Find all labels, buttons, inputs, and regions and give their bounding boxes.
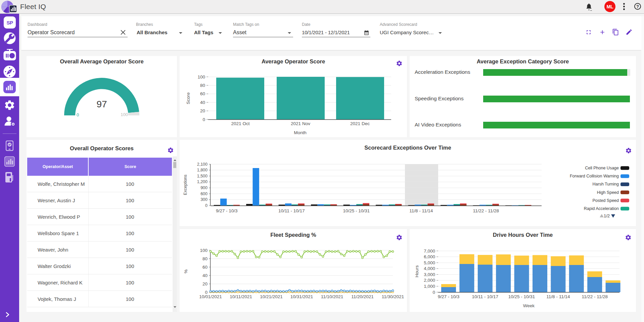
- svg-text:100: 100: [197, 74, 205, 79]
- svg-text:11/8 - 11/14: 11/8 - 11/14: [546, 294, 570, 299]
- svg-text:1/2: 1/2: [604, 213, 610, 218]
- svg-text:10/25 - 10/31: 10/25 - 10/31: [508, 294, 535, 299]
- svg-text:4,000: 4,000: [424, 266, 435, 271]
- svg-text:1,000: 1,000: [424, 284, 435, 289]
- svg-text:2,100: 2,100: [197, 162, 208, 167]
- svg-text:Exceptions: Exceptions: [183, 174, 188, 195]
- svg-text:80: 80: [200, 83, 205, 88]
- svg-text:Score: Score: [186, 92, 191, 104]
- svg-text:10/11/2021: 10/11/2021: [230, 294, 252, 299]
- svg-text:300: 300: [200, 197, 208, 202]
- svg-text:Forward Collision Warning: Forward Collision Warning: [570, 174, 619, 178]
- svg-text:10/31/2021: 10/31/2021: [290, 294, 313, 299]
- svg-text:Cell Phone Usage: Cell Phone Usage: [585, 166, 619, 170]
- svg-text:11/22 - 11/28: 11/22 - 11/28: [582, 294, 608, 299]
- svg-text:900: 900: [200, 185, 208, 190]
- svg-text:10/11 - 10/17: 10/11 - 10/17: [472, 294, 499, 299]
- svg-text:9/27 - 10/3: 9/27 - 10/3: [216, 208, 238, 213]
- svg-text:2021 Nov: 2021 Nov: [291, 121, 310, 126]
- svg-text:11/22 - 11/28: 11/22 - 11/28: [473, 208, 499, 213]
- svg-text:20: 20: [202, 281, 208, 286]
- svg-text:Week: Week: [523, 303, 535, 308]
- svg-text:5,000: 5,000: [424, 260, 435, 265]
- svg-text:1,200: 1,200: [197, 179, 208, 184]
- svg-text:6,000: 6,000: [424, 254, 435, 259]
- svg-text:Month: Month: [294, 130, 307, 135]
- svg-text:10/01/2021: 10/01/2021: [199, 294, 222, 299]
- svg-text:0: 0: [202, 117, 205, 122]
- svg-text:11/30/2021: 11/30/2021: [382, 294, 404, 299]
- svg-text:10/25 - 10/31: 10/25 - 10/31: [343, 208, 370, 213]
- svg-text:11/20/2021: 11/20/2021: [351, 294, 374, 299]
- svg-text:100: 100: [200, 248, 208, 253]
- svg-text:%: %: [183, 269, 188, 273]
- svg-text:High Speed: High Speed: [597, 190, 619, 195]
- svg-text:40: 40: [200, 100, 205, 105]
- svg-text:20: 20: [200, 108, 205, 113]
- svg-text:80: 80: [202, 256, 208, 261]
- svg-text:1,500: 1,500: [197, 174, 208, 178]
- svg-text:3,000: 3,000: [424, 272, 435, 277]
- svg-text:600: 600: [200, 192, 208, 196]
- svg-text:1,800: 1,800: [197, 168, 208, 172]
- svg-text:0: 0: [432, 290, 435, 295]
- svg-text:2021 Dec: 2021 Dec: [350, 121, 370, 126]
- svg-text:60: 60: [202, 265, 208, 270]
- svg-text:100: 100: [121, 112, 128, 117]
- svg-text:Posted Speed: Posted Speed: [592, 198, 619, 203]
- svg-text:0: 0: [77, 112, 79, 117]
- svg-text:97: 97: [96, 99, 107, 109]
- svg-text:10/11 - 10/17: 10/11 - 10/17: [278, 208, 305, 213]
- svg-text:2021 Oct: 2021 Oct: [231, 121, 250, 126]
- svg-text:9/27 - 10/3: 9/27 - 10/3: [438, 294, 460, 299]
- svg-text:Rapid Acceleration: Rapid Acceleration: [584, 206, 619, 211]
- svg-text:0: 0: [205, 203, 208, 208]
- svg-text:7,000: 7,000: [424, 249, 435, 254]
- svg-text:40: 40: [202, 273, 208, 278]
- svg-text:10/21/2021: 10/21/2021: [260, 294, 283, 299]
- svg-text:60: 60: [200, 91, 205, 96]
- svg-text:Hours: Hours: [414, 265, 419, 277]
- svg-text:Harsh Turning: Harsh Turning: [592, 182, 619, 186]
- svg-text:2,000: 2,000: [424, 278, 435, 283]
- svg-text:11/8 - 11/14: 11/8 - 11/14: [409, 208, 433, 213]
- svg-text:11/10/2021: 11/10/2021: [321, 294, 343, 299]
